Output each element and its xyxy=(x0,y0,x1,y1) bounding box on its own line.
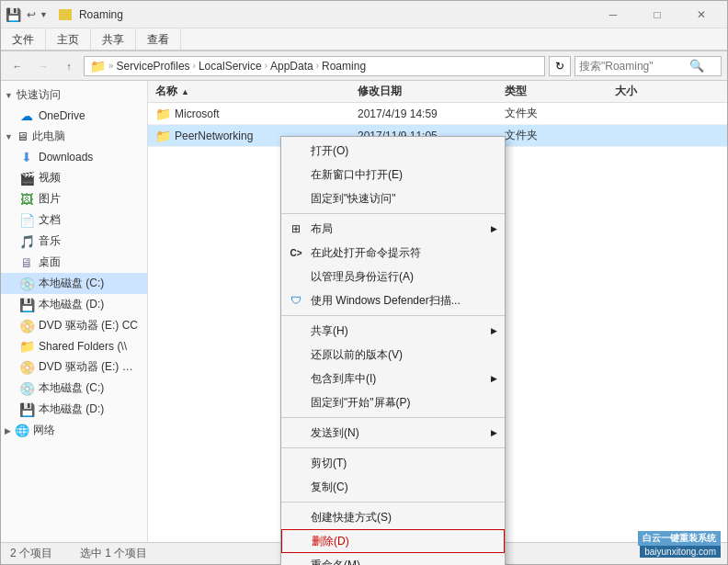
back-button[interactable]: ← xyxy=(6,56,28,76)
context-menu: 打开(O) 在新窗口中打开(E) 固定到"快速访问" ⊞ 布局 C> 在此处打开… xyxy=(280,136,506,565)
ctx-share[interactable]: 共享(H) xyxy=(281,319,505,343)
path-appdata: AppData xyxy=(270,60,313,73)
ctx-pin-start[interactable]: 固定到"开始"屏幕(P) xyxy=(281,390,505,414)
ribbon: 文件 主页 共享 查看 xyxy=(1,28,727,51)
sidebar-item-onedrive[interactable]: ☁ OneDrive xyxy=(1,106,147,126)
network-label: 网络 xyxy=(33,423,55,438)
sidebar-item-videos[interactable]: 🎬 视频 xyxy=(1,167,147,188)
ctx-sep-2 xyxy=(281,315,505,316)
col-header-date[interactable]: 修改日期 xyxy=(358,84,505,99)
desktop-icon: 🖥 xyxy=(19,255,34,270)
shared-icon: 📁 xyxy=(19,339,34,354)
minimize-button[interactable]: ─ xyxy=(592,1,634,28)
path-sep-3: › xyxy=(265,61,267,71)
sidebar-item-desktop[interactable]: 🖥 桌面 xyxy=(1,252,147,273)
ctx-open[interactable]: 打开(O) xyxy=(281,139,505,163)
this-pc-label: 此电脑 xyxy=(32,129,65,144)
documents-icon: 📄 xyxy=(19,213,34,228)
onedrive-label: OneDrive xyxy=(39,109,85,122)
dvd-e-icon: 📀 xyxy=(19,319,34,333)
ctx-run-as-admin[interactable]: 以管理员身份运行(A) xyxy=(281,265,505,288)
sidebar-item-quick-access[interactable]: ▼ 快速访问 xyxy=(1,85,147,106)
sidebar-item-drive-c[interactable]: 💿 本地磁盘 (C:) xyxy=(1,273,147,294)
network-icon: 🌐 xyxy=(15,424,29,437)
col-header-name[interactable]: 名称 ▲ xyxy=(155,84,358,99)
ctx-cut[interactable]: 剪切(T) xyxy=(281,451,505,475)
sidebar-item-dvd-e2[interactable]: 📀 DVD 驱动器 (E:) CCS xyxy=(1,356,147,378)
tab-file[interactable]: 文件 xyxy=(1,28,46,50)
ctx-layout[interactable]: ⊞ 布局 xyxy=(281,217,505,241)
sidebar-item-this-pc[interactable]: ▼ 🖥 此电脑 xyxy=(1,126,147,147)
ctx-rename[interactable]: 重命名(M) xyxy=(281,553,505,565)
tab-share[interactable]: 共享 xyxy=(91,28,136,50)
file-name-microsoft: 📁 Microsoft xyxy=(155,107,358,121)
ctx-defender[interactable]: 🛡 使用 Windows Defender扫描... xyxy=(281,288,505,312)
ctx-open-cmd[interactable]: C> 在此处打开命令提示符 xyxy=(281,241,505,265)
path-local-service: LocalService xyxy=(199,60,262,73)
path-roaming: Roaming xyxy=(322,60,366,73)
folder-icon-microsoft: 📁 xyxy=(155,107,170,121)
sidebar-item-drive-c2[interactable]: 💿 本地磁盘 (C:) xyxy=(1,378,147,399)
ctx-open-new-window[interactable]: 在新窗口中打开(E) xyxy=(281,163,505,186)
ctx-restore-prev[interactable]: 还原以前的版本(V) xyxy=(281,343,505,367)
title-bar: 💾 ↩ ▼ Roaming ─ □ ✕ xyxy=(1,1,727,28)
defender-icon: 🛡 xyxy=(289,293,303,308)
ctx-copy[interactable]: 复制(C) xyxy=(281,475,505,499)
path-sep-4: › xyxy=(316,61,319,71)
sidebar: ▼ 快速访问 ☁ OneDrive ▼ 🖥 此电脑 ⬇ Downloads 🎬 xyxy=(1,81,148,542)
ctx-sep-5 xyxy=(281,502,505,503)
chevron-quick-access: ▼ xyxy=(5,91,13,100)
address-bar: ← → ↑ 📁 » ServiceProfiles › LocalService… xyxy=(1,51,727,81)
search-input[interactable] xyxy=(579,60,689,73)
ctx-sep-4 xyxy=(281,447,505,448)
ctx-create-shortcut[interactable]: 创建快捷方式(S) xyxy=(281,505,505,529)
address-path[interactable]: 📁 » ServiceProfiles › LocalService › App… xyxy=(84,56,545,76)
save-icon: 💾 xyxy=(6,7,21,22)
status-count: 2 个项目 xyxy=(10,546,52,561)
drive-d2-label: 本地磁盘 (D:) xyxy=(39,401,104,417)
tab-view[interactable]: 查看 xyxy=(136,28,181,50)
dvd-e-label: DVD 驱动器 (E:) CC xyxy=(39,318,138,333)
desktop-label: 桌面 xyxy=(39,254,61,270)
downloads-icon: ⬇ xyxy=(19,150,34,164)
sidebar-item-network[interactable]: ▶ 🌐 网络 xyxy=(1,420,147,441)
file-row[interactable]: 📁 Microsoft 2017/4/19 14:59 文件夹 xyxy=(148,103,727,125)
drive-c-label: 本地磁盘 (C:) xyxy=(39,276,104,291)
title-bar-left: 💾 ↩ ▼ Roaming xyxy=(6,7,123,22)
ctx-pin-quick-access[interactable]: 固定到"快速访问" xyxy=(281,186,505,210)
sidebar-item-music[interactable]: 🎵 音乐 xyxy=(1,231,147,252)
shared-label: Shared Folders (\\ xyxy=(39,340,127,353)
tab-home[interactable]: 主页 xyxy=(46,28,91,50)
sidebar-item-documents[interactable]: 📄 文档 xyxy=(1,209,147,231)
drive-d-icon: 💾 xyxy=(19,298,34,312)
sidebar-item-drive-d2[interactable]: 💾 本地磁盘 (D:) xyxy=(1,399,147,420)
cmd-icon: C> xyxy=(289,245,303,260)
title-folder-icon xyxy=(59,9,72,20)
maximize-button[interactable]: □ xyxy=(636,1,678,28)
status-selected: 选中 1 个项目 xyxy=(80,546,147,561)
watermark-line2: baiyunxitong.com xyxy=(640,546,721,558)
close-button[interactable]: ✕ xyxy=(680,1,722,28)
dvd-e2-label: DVD 驱动器 (E:) CCS xyxy=(39,359,140,375)
dropdown-icon[interactable]: ▼ xyxy=(40,10,48,19)
forward-button[interactable]: → xyxy=(32,56,54,76)
music-icon: 🎵 xyxy=(19,234,34,249)
refresh-button[interactable]: ↻ xyxy=(549,56,571,76)
sidebar-item-downloads[interactable]: ⬇ Downloads xyxy=(1,147,147,167)
file-date-microsoft: 2017/4/19 14:59 xyxy=(358,107,505,120)
col-header-type[interactable]: 类型 xyxy=(505,84,615,99)
videos-label: 视频 xyxy=(39,170,61,186)
up-button[interactable]: ↑ xyxy=(58,56,80,76)
ctx-include-library[interactable]: 包含到库中(I) xyxy=(281,367,505,390)
ctx-delete[interactable]: 删除(D) xyxy=(281,529,505,553)
ctx-send-to[interactable]: 发送到(N) xyxy=(281,421,505,445)
sidebar-item-drive-d[interactable]: 💾 本地磁盘 (D:) xyxy=(1,294,147,315)
sidebar-item-pictures[interactable]: 🖼 图片 xyxy=(1,188,147,209)
sidebar-item-dvd-e[interactable]: 📀 DVD 驱动器 (E:) CC xyxy=(1,315,147,336)
sidebar-item-shared[interactable]: 📁 Shared Folders (\\ xyxy=(1,336,147,356)
undo-icon: ↩ xyxy=(27,8,36,21)
col-header-size[interactable]: 大小 xyxy=(615,84,688,99)
chevron-this-pc: ▼ xyxy=(5,132,13,141)
watermark: 白云一键重装系统 baiyunxitong.com xyxy=(638,531,721,558)
pictures-label: 图片 xyxy=(39,191,61,207)
